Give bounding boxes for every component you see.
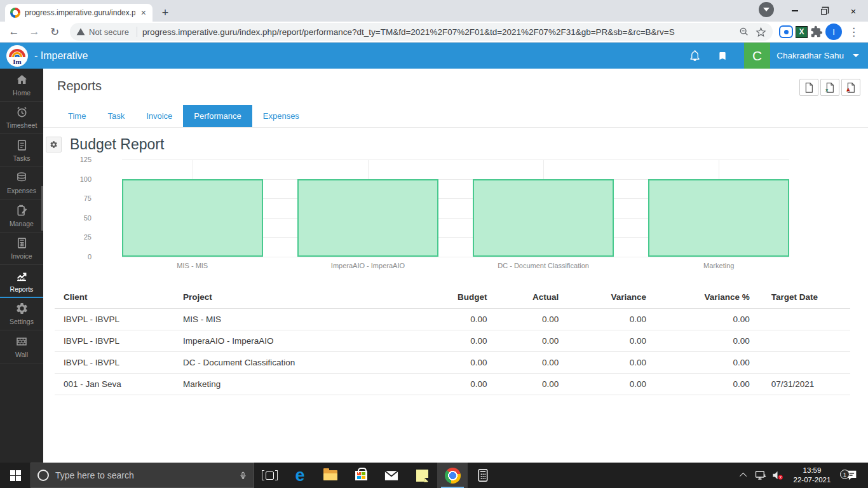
col-variance: Variance [564, 286, 651, 309]
divider [137, 27, 137, 37]
tab-search-button[interactable] [759, 2, 774, 17]
taskbar-explorer-button[interactable] [315, 463, 346, 488]
sidebar-item-reports[interactable]: Reports [0, 265, 43, 298]
sidebar-item-expenses[interactable]: Expenses [0, 167, 43, 200]
col-project: Project [178, 286, 437, 309]
excel-letter: x [825, 87, 828, 93]
tab-performance[interactable]: Performance [183, 105, 252, 127]
report-settings-button[interactable] [46, 137, 62, 152]
reload-button[interactable]: ↻ [46, 23, 64, 41]
chrome-icon [445, 468, 461, 484]
sidebar-item-wall[interactable]: Wall [0, 330, 43, 363]
imperative-logo[interactable]: Im [6, 45, 28, 67]
tab-title: progress.imperative.guru/index.p [25, 8, 135, 17]
chart-x-axis: MIS - MIS ImperaAIO - ImperaAIO DC - Doc… [122, 262, 789, 271]
x-tick: ImperaAIO - ImperaAIO [331, 262, 405, 269]
sidebar-item-manage[interactable]: Manage [0, 200, 43, 233]
chart-plot-area [122, 159, 789, 257]
browser-menu-icon[interactable]: ⋮ [844, 25, 863, 39]
zoom-out-icon[interactable] [739, 27, 749, 37]
maximize-button[interactable] [810, 0, 839, 22]
browser-tab[interactable]: progress.imperative.guru/index.p × [5, 4, 153, 22]
sidebar-scrollbar[interactable] [41, 186, 43, 231]
url-text: progress.imperative.guru/index.php/repor… [142, 27, 734, 37]
mail-icon [384, 470, 398, 481]
taskbar-mail-button[interactable] [376, 463, 407, 488]
task-list-icon [15, 139, 29, 152]
address-bar[interactable]: Not secure progress.imperative.guru/inde… [70, 23, 773, 41]
microphone-icon[interactable] [239, 470, 247, 481]
app-title: - Imperative [34, 50, 88, 62]
tray-expand-button[interactable] [736, 473, 752, 478]
sidebar-item-home[interactable]: Home [0, 69, 43, 102]
close-button[interactable]: × [839, 0, 868, 22]
bookmark-star-icon[interactable] [756, 27, 766, 37]
user-avatar[interactable]: C [744, 43, 770, 69]
caret-down-icon [763, 8, 770, 11]
new-tab-button[interactable]: + [156, 4, 174, 22]
chart-y-axis: 125 100 75 50 25 0 [70, 159, 92, 257]
chevron-up-icon [740, 473, 747, 480]
taskbar-chrome-button[interactable] [437, 463, 468, 488]
sidebar: Home Timesheet Tasks Expenses Manage Inv… [0, 69, 43, 463]
taskbar-stickynotes-button[interactable] [407, 463, 437, 488]
cortana-icon [37, 470, 49, 481]
minimize-button[interactable] [780, 0, 810, 22]
clock-date: 22-07-2021 [785, 475, 839, 485]
x-tick: MIS - MIS [177, 262, 208, 269]
excel-extension-icon[interactable]: X [796, 26, 808, 38]
taskbar-edge-button[interactable]: e [285, 463, 315, 488]
export-pdf-button[interactable]: A [841, 79, 860, 96]
tab-time[interactable]: Time [57, 105, 97, 127]
workspace: Home Timesheet Tasks Expenses Manage Inv… [0, 69, 868, 463]
browser-profile-avatar[interactable]: I [825, 24, 842, 40]
user-menu-caret-icon[interactable] [853, 54, 859, 57]
bookmark-icon[interactable] [717, 50, 728, 62]
export-file-button[interactable] [799, 79, 818, 96]
user-name[interactable]: Chakradhar Sahu [776, 51, 844, 60]
coins-icon [15, 171, 29, 184]
sidebar-item-tasks[interactable]: Tasks [0, 134, 43, 167]
y-tick: 25 [84, 233, 92, 241]
table-row: 001 - Jan SevaMarketing 0.000.00 0.000.0… [55, 374, 850, 395]
tab-task[interactable]: Task [97, 105, 135, 127]
main-content: Reports x A Time Task Invoice Performanc… [43, 69, 868, 463]
y-tick: 125 [80, 156, 92, 163]
notifications-bell-icon[interactable] [689, 50, 701, 62]
export-excel-button[interactable]: x [820, 79, 839, 96]
sidebar-item-timesheet[interactable]: Timesheet [0, 102, 43, 135]
network-status-icon[interactable] [752, 470, 769, 480]
report-chart-icon [15, 269, 29, 283]
taskbar-search[interactable] [31, 463, 254, 488]
x-tick: DC - Document Classification [498, 262, 589, 269]
sidebar-item-invoice[interactable]: Invoice [0, 233, 43, 266]
extensions-puzzle-icon[interactable] [810, 25, 823, 38]
microsoft-store-icon [355, 471, 367, 480]
file-icon [804, 83, 813, 93]
tab-invoice[interactable]: Invoice [135, 105, 183, 127]
y-tick: 75 [84, 194, 92, 202]
table-header-row: Client Project Budget Actual Variance Va… [55, 286, 850, 309]
media-extension-icon[interactable] [779, 25, 793, 38]
sidebar-item-settings[interactable]: Settings [0, 298, 43, 331]
start-button[interactable] [0, 463, 31, 488]
action-center-button[interactable]: 1 [839, 470, 864, 481]
dot-icon [784, 30, 789, 34]
search-input[interactable] [55, 470, 233, 480]
col-budget: Budget [437, 286, 492, 309]
gridline [122, 257, 789, 257]
tab-expenses[interactable]: Expenses [252, 105, 310, 127]
taskbar-calculator-button[interactable] [468, 463, 498, 488]
minimize-icon [792, 10, 798, 11]
taskbar-clock[interactable]: 13:59 22-07-2021 [785, 466, 839, 485]
browser-toolbar: ← → ↻ Not secure progress.imperative.gur… [0, 22, 868, 43]
back-button[interactable]: ← [5, 23, 23, 41]
report-tabs: Time Task Invoice Performance Expenses [43, 105, 868, 128]
tab-close-icon[interactable]: × [140, 8, 147, 18]
task-view-button[interactable] [254, 463, 285, 488]
table-row: IBVPL - IBVPLDC - Document Classificatio… [55, 352, 850, 374]
task-view-icon [262, 470, 278, 480]
forward-button[interactable]: → [25, 23, 43, 41]
volume-muted-icon[interactable] [769, 470, 785, 480]
taskbar-store-button[interactable] [346, 463, 376, 488]
